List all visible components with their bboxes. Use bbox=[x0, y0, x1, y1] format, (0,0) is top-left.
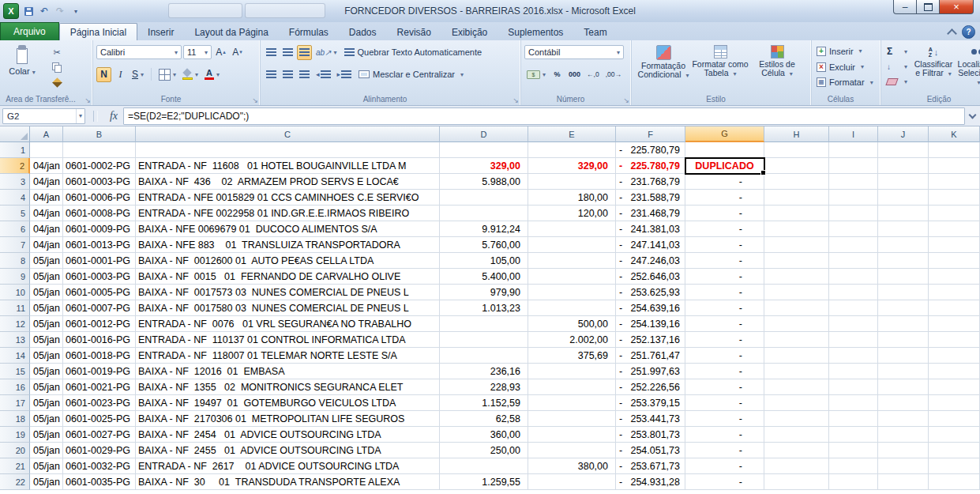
cell-H19[interactable] bbox=[764, 427, 829, 443]
cell-K12[interactable] bbox=[929, 316, 980, 332]
cell-C22[interactable]: BAIXA - NF 30 01 TRANSDUDA TRANSPORTE AL… bbox=[136, 474, 440, 490]
cell-C11[interactable]: BAIXA - NF 0017580 03 NUNES COMERCIAL DE… bbox=[136, 300, 440, 316]
cell-B22[interactable]: 0601-0035-PG bbox=[63, 474, 136, 490]
autosum-button[interactable]: Σ▾ bbox=[884, 45, 910, 58]
cell-H10[interactable] bbox=[764, 285, 829, 300]
cell-A19[interactable]: 05/jan bbox=[30, 427, 63, 443]
cell-I17[interactable] bbox=[829, 395, 878, 411]
row-header-12[interactable]: 12 bbox=[0, 316, 30, 332]
cell-I13[interactable] bbox=[829, 332, 878, 348]
cell-H22[interactable] bbox=[764, 474, 829, 490]
row-header-20[interactable]: 20 bbox=[0, 443, 30, 458]
cell-K1[interactable] bbox=[929, 142, 980, 158]
cell-J10[interactable] bbox=[878, 285, 929, 300]
cell-F6[interactable]: -241.381,03 bbox=[616, 221, 685, 237]
row-header-4[interactable]: 4 bbox=[0, 190, 30, 206]
cell-C18[interactable]: BAIXA - NF 2170306 01 METROPOLITAN LIFE … bbox=[136, 411, 440, 427]
cell-I21[interactable] bbox=[829, 458, 878, 474]
cell-B2[interactable]: 0601-0002-PG bbox=[63, 158, 136, 174]
cell-B20[interactable]: 0601-0029-PG bbox=[63, 443, 136, 458]
cell-E21[interactable]: 380,00 bbox=[528, 458, 616, 474]
column-header-a[interactable]: A bbox=[30, 126, 63, 142]
cell-G7[interactable]: - bbox=[685, 237, 764, 253]
cell-D8[interactable]: 105,00 bbox=[440, 253, 528, 269]
cell-D19[interactable]: 360,00 bbox=[440, 427, 528, 443]
cell-C1[interactable] bbox=[136, 142, 440, 158]
cell-C4[interactable]: ENTRADA - NFE 0015829 01 CCS CAMINHOES C… bbox=[136, 190, 440, 206]
cell-G19[interactable]: - bbox=[685, 427, 764, 443]
cell-C6[interactable]: BAIXA - NFE 0069679 01 DUCOCO ALIMENTOS … bbox=[136, 221, 440, 237]
align-left-button[interactable] bbox=[264, 67, 279, 82]
cell-F15[interactable]: -251.997,63 bbox=[616, 364, 685, 379]
cell-E8[interactable] bbox=[528, 253, 616, 269]
cell-E10[interactable] bbox=[528, 285, 616, 300]
cell-E15[interactable] bbox=[528, 364, 616, 379]
cell-A14[interactable]: 05/jan bbox=[30, 348, 63, 364]
cell-G10[interactable]: - bbox=[685, 285, 764, 300]
tab-dados[interactable]: Dados bbox=[339, 25, 387, 40]
cell-A5[interactable]: 04/jan bbox=[30, 206, 63, 221]
cell-A13[interactable]: 05/jan bbox=[30, 332, 63, 348]
cell-F9[interactable]: -252.646,03 bbox=[616, 269, 685, 285]
cell-H2[interactable] bbox=[764, 158, 829, 174]
cell-D22[interactable]: 1.259,55 bbox=[440, 474, 528, 490]
qat-customize-button[interactable]: ▾ bbox=[69, 5, 82, 17]
tab-exibi-o[interactable]: Exibição bbox=[441, 25, 498, 40]
cell-A16[interactable]: 05/jan bbox=[30, 379, 63, 395]
cell-G14[interactable]: - bbox=[685, 348, 764, 364]
cell-K11[interactable] bbox=[929, 300, 980, 316]
row-header-13[interactable]: 13 bbox=[0, 332, 30, 348]
cell-C17[interactable]: BAIXA - NF 19497 01 GOTEMBURGO VEICULOS … bbox=[136, 395, 440, 411]
cell-F3[interactable]: -231.768,79 bbox=[616, 174, 685, 190]
cell-K10[interactable] bbox=[929, 285, 980, 300]
cell-A21[interactable]: 05/jan bbox=[30, 458, 63, 474]
cell-H9[interactable] bbox=[764, 269, 829, 285]
cell-F19[interactable]: -253.801,73 bbox=[616, 427, 685, 443]
cell-B10[interactable]: 0601-0005-PG bbox=[63, 285, 136, 300]
cell-J7[interactable] bbox=[878, 237, 929, 253]
cell-B4[interactable]: 0601-0006-PG bbox=[63, 190, 136, 206]
cell-C3[interactable]: BAIXA - NF 436 02 ARMAZEM PROD SERVS E L… bbox=[136, 174, 440, 190]
cell-D3[interactable]: 5.988,00 bbox=[440, 174, 528, 190]
cell-I19[interactable] bbox=[829, 427, 878, 443]
cell-I2[interactable] bbox=[829, 158, 878, 174]
cell-J16[interactable] bbox=[878, 379, 929, 395]
column-header-g[interactable]: G bbox=[685, 126, 764, 142]
cell-A4[interactable]: 04/jan bbox=[30, 190, 63, 206]
cell-E16[interactable] bbox=[528, 379, 616, 395]
cell-J19[interactable] bbox=[878, 427, 929, 443]
save-button[interactable] bbox=[22, 5, 35, 17]
cell-C20[interactable]: BAIXA - NF 2455 01 ADVICE OUTSOURCING LT… bbox=[136, 443, 440, 458]
row-header-9[interactable]: 9 bbox=[0, 269, 30, 285]
cell-I8[interactable] bbox=[829, 253, 878, 269]
cell-C14[interactable]: ENTRADA - NF 118007 01 TELEMAR NORTE LES… bbox=[136, 348, 440, 364]
cell-E3[interactable] bbox=[528, 174, 616, 190]
cell-H3[interactable] bbox=[764, 174, 829, 190]
cell-styles-button[interactable]: Estilos de Célula ▾ bbox=[749, 43, 805, 89]
cell-G20[interactable]: - bbox=[685, 443, 764, 458]
accounting-format-button[interactable]: $▾ bbox=[524, 67, 548, 82]
cell-H21[interactable] bbox=[764, 458, 829, 474]
cell-D18[interactable]: 62,58 bbox=[440, 411, 528, 427]
row-header-11[interactable]: 11 bbox=[0, 300, 30, 316]
cell-K20[interactable] bbox=[929, 443, 980, 458]
tab-layout-da-p-gina[interactable]: Layout da Página bbox=[184, 25, 278, 40]
formula-bar-splitter[interactable] bbox=[93, 111, 98, 122]
cell-E17[interactable] bbox=[528, 395, 616, 411]
cell-J17[interactable] bbox=[878, 395, 929, 411]
cell-J21[interactable] bbox=[878, 458, 929, 474]
cell-H14[interactable] bbox=[764, 348, 829, 364]
cell-A6[interactable]: 04/jan bbox=[30, 221, 63, 237]
cell-G13[interactable]: - bbox=[685, 332, 764, 348]
cell-C10[interactable]: BAIXA - NF 0017573 03 NUNES COMERCIAL DE… bbox=[136, 285, 440, 300]
cell-J22[interactable] bbox=[878, 474, 929, 490]
name-box[interactable]: G2 ▾ bbox=[2, 108, 85, 124]
format-cells-button[interactable]: ▦Formatar▾ bbox=[815, 75, 875, 89]
cell-K9[interactable] bbox=[929, 269, 980, 285]
cell-G12[interactable]: - bbox=[685, 316, 764, 332]
cell-F17[interactable]: -253.379,15 bbox=[616, 395, 685, 411]
cell-H4[interactable] bbox=[764, 190, 829, 206]
cell-B6[interactable]: 0601-0009-PG bbox=[63, 221, 136, 237]
align-bottom-button[interactable] bbox=[297, 45, 312, 60]
cell-A22[interactable]: 05/jan bbox=[30, 474, 63, 490]
